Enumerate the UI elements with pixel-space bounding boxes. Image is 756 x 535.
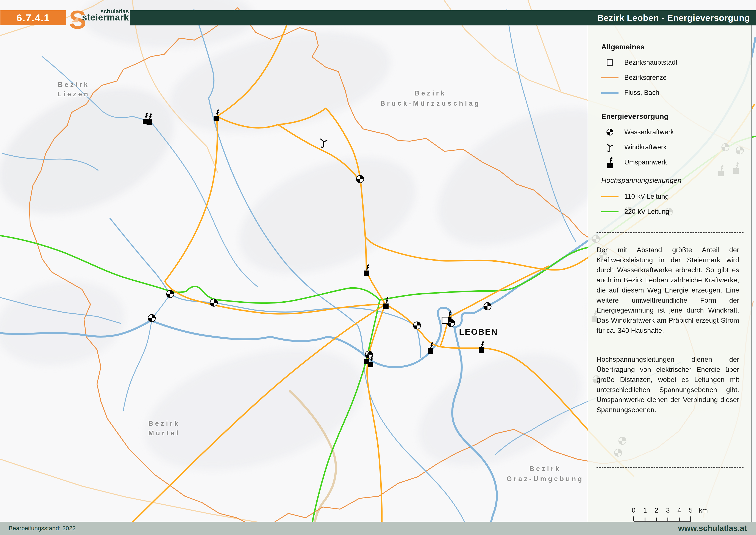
sheet-code-badge: 6.7.4.1 [0,10,66,25]
line-110kv-swatch [601,196,618,197]
hydro-plant-icon [167,290,174,298]
sheet-code: 6.7.4.1 [16,12,50,24]
page-title: Bezirk Leoben - Energieversorgung [597,13,756,23]
hydro-plant-icon [357,176,364,183]
legend-panel: Allgemeines Bezirkshauptstadt Bezirksgre… [588,25,751,521]
schulatlas-logo: S schulatlas steiermark [67,9,129,27]
svg-text:1: 1 [643,507,647,514]
atlas-sheet: Bezirk Liezen Bezirk Bruck-Mürzzuschlag … [0,0,756,535]
label-bezirk-bruck-2: Bruck-Mürzzuschlag [380,99,480,107]
label-bezirk-graz-1: Bezirk [529,465,561,472]
svg-text:2: 2 [655,507,658,514]
substation-icon [601,155,618,169]
label-bezirk-liezen-1: Bezirk [58,81,90,88]
wind-plant-icon [321,139,327,147]
hydro-plant-icon [484,303,491,310]
label-city-leoben: LEOBEN [459,327,498,336]
hydro-plant-icon [413,322,421,329]
label-bezirk-bruck-1: Bezirk [415,90,446,97]
line-220kv-swatch [601,211,618,212]
footer-status: Bearbeitungsstand: 2022 [0,525,76,532]
svg-text:0: 0 [632,507,635,514]
legend-section-energieversorgung: Energieversorgung [601,112,668,121]
hydro-plant-icon [210,299,217,306]
scale-bar-ticks [634,517,691,521]
svg-text:3: 3 [666,507,670,514]
district-capital-icon [442,317,448,324]
footer-url[interactable]: www.schulatlas.at [678,524,756,533]
scale-bar-labels: 0 1 2 3 4 5 km [632,507,708,514]
footer-bar: Bearbeitungsstand: 2022 www.schulatlas.a… [0,521,756,535]
label-bezirk-murtal-2: Murtal [148,429,180,437]
hydro-plant-icon [148,315,155,322]
info-paragraph-2: Hochspannungsleitungen dienen der Übertr… [597,354,739,415]
info-paragraph-1: Der mit Abstand größte Anteil der Kraftw… [597,245,739,335]
svg-text:4: 4 [677,507,681,514]
district-border-swatch [601,77,618,78]
legend-section-hochspannungsleitungen: Hochspannungsleitungen [601,176,682,184]
legend-section-allgemeines: Allgemeines [601,43,644,51]
divider-bottom [597,467,743,468]
title-bar: Bezirk Leoben - Energieversorgung [130,10,756,25]
label-bezirk-graz-2: Graz-Umgebung [507,475,584,483]
label-bezirk-murtal-1: Bezirk [148,420,180,427]
divider-top [597,232,743,233]
district-capital-icon [601,58,618,67]
svg-text:km: km [699,507,708,514]
substation-icon [428,342,433,354]
info-text: Der mit Abstand größte Anteil der Kraftw… [597,245,739,434]
svg-text:5: 5 [689,507,692,514]
river-swatch [601,92,618,94]
label-bezirk-liezen-2: Liezen [58,90,90,98]
wind-plant-icon [601,141,618,153]
hydro-plant-icon [601,127,618,137]
substation-icon [479,341,484,352]
logo-text-bottom: steiermark [82,14,129,21]
